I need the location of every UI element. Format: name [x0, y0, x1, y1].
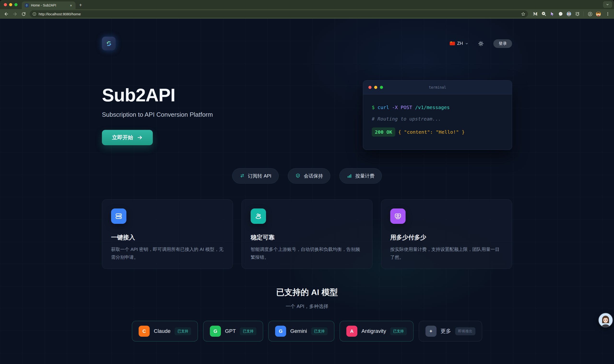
terminal-comment-line: # Routing to upstream...: [372, 116, 503, 122]
model-name: GPT: [225, 328, 236, 334]
card-title: 用多少付多少: [390, 234, 503, 241]
card-description: 智能调度多个上游账号，自动切换和负载均衡，告别频繁报错。: [251, 245, 363, 261]
terminal-command: curl: [375, 104, 389, 110]
feature-card-pay-as-you-go: 用多少付多少 按实际使用量计费，支持设置配额上限，团队用量一目了然。: [381, 199, 512, 269]
claude-letter-icon: C: [139, 326, 150, 337]
get-started-button[interactable]: 立即开始: [102, 130, 153, 145]
pill-subscription-to-api: 订阅转 API: [232, 168, 279, 183]
users-icon: [251, 208, 266, 224]
theme-toggle-button[interactable]: [477, 39, 485, 48]
arrow-right-icon: [137, 135, 143, 140]
url-text[interactable]: http://localhost:8080/home: [39, 12, 519, 16]
close-tab-icon[interactable]: ×: [69, 3, 73, 7]
model-chip-gemini: G Gemini 已支持: [268, 321, 334, 341]
site-header: ZH 登录: [102, 37, 512, 50]
terminal-prompt: $: [372, 104, 375, 110]
bookmark-star-icon[interactable]: [521, 12, 526, 16]
model-chip-antigravity: A Antigravity 已支持: [340, 321, 413, 341]
profile-avatar[interactable]: [596, 11, 601, 16]
svg-text:IP: IP: [543, 13, 545, 14]
pill-usage-billing: 按量计费: [339, 168, 382, 183]
card-description: 按实际使用量计费，支持设置配额上限，团队用量一目了然。: [390, 245, 503, 261]
gemini-letter-icon: G: [275, 326, 286, 337]
models-section-title: 已支持的 AI 模型: [102, 287, 512, 298]
reload-icon: [21, 12, 26, 16]
extension-avatar-icon[interactable]: [566, 11, 572, 16]
toolbar-divider: [584, 12, 584, 16]
extension-m-icon[interactable]: M: [533, 11, 538, 16]
minimize-window-button[interactable]: [9, 3, 12, 6]
forward-arrow-icon: [13, 12, 17, 16]
page-title: Sub2API: [102, 86, 213, 105]
pill-label: 按量计费: [355, 173, 374, 179]
back-arrow-icon: [4, 12, 9, 16]
pill-label: 订阅转 API: [248, 173, 272, 179]
forward-button[interactable]: [11, 10, 19, 18]
site-info-icon[interactable]: [32, 12, 36, 16]
back-button[interactable]: [2, 10, 10, 18]
pill-label: 会话保持: [304, 173, 323, 179]
browser-toolbar: http://localhost:8080/home M IP: [0, 9, 614, 19]
model-chip-claude: C Claude 已支持: [132, 321, 198, 341]
terminal-path: /v1/messages: [412, 104, 450, 110]
terminal-demo-card: terminal $ curl -X POST /v1/messages # R…: [363, 80, 512, 150]
tab-search-button[interactable]: [603, 1, 612, 8]
china-flag-icon: [450, 42, 455, 45]
assistant-avatar-widget[interactable]: [598, 313, 613, 328]
language-selector[interactable]: ZH: [450, 41, 468, 46]
models-section-subtitle: 一个 API，多种选择: [102, 303, 512, 310]
supported-badge: 已支持: [311, 327, 328, 335]
model-name: 更多: [441, 328, 451, 335]
browser-menu-button[interactable]: [604, 10, 612, 18]
get-started-label: 立即开始: [112, 134, 133, 141]
close-window-button[interactable]: [4, 3, 7, 6]
chevron-down-icon: [606, 3, 609, 6]
language-label: ZH: [457, 41, 463, 46]
chevron-down-icon: [465, 42, 468, 45]
model-name: Claude: [154, 328, 171, 334]
pill-session-keepalive: 会话保持: [288, 168, 330, 183]
reload-button[interactable]: [20, 10, 27, 18]
server-icon: [111, 208, 126, 224]
status-badge: 200 OK: [372, 128, 395, 137]
terminal-body: $ curl -X POST /v1/messages # Routing to…: [363, 94, 512, 150]
window-controls: [0, 0, 22, 9]
card-title: 稳定可靠: [251, 234, 363, 241]
extension-icons: M IP: [531, 11, 603, 16]
card-title: 一键接入: [111, 234, 224, 241]
antigravity-letter-icon: A: [346, 326, 357, 337]
extension-ip-lookup-icon[interactable]: IP: [541, 11, 546, 16]
terminal-title: terminal: [363, 85, 512, 90]
page-subtitle: Subscription to API Conversion Platform: [102, 111, 213, 118]
banknote-icon: [390, 208, 406, 224]
feature-card-one-key-access: 一键接入 获取一个 API 密钥，即可调用所有已接入的 AI 模型，无需分别申请…: [102, 199, 233, 269]
tab-title: Home - Sub2API: [31, 3, 67, 7]
new-tab-button[interactable]: +: [77, 1, 84, 9]
s-hexagon-logo-icon: [105, 39, 113, 48]
extension-cursor-icon[interactable]: [549, 11, 555, 16]
address-bar[interactable]: http://localhost:8080/home: [30, 10, 528, 17]
coming-soon-badge: 即将推出: [455, 327, 475, 335]
hero-section: Sub2API Subscription to API Conversion P…: [102, 80, 512, 150]
supported-badge: 已支持: [175, 327, 191, 335]
sub2api-logo[interactable]: [102, 37, 116, 50]
terminal-command-line: $ curl -X POST /v1/messages: [372, 104, 503, 110]
swap-arrows-icon: [240, 173, 245, 179]
shield-check-icon: [295, 173, 300, 179]
feature-pills-row: 订阅转 API 会话保持 按量计费: [102, 168, 512, 183]
browser-tab[interactable]: Home - Sub2API ×: [22, 1, 76, 9]
kebab-menu-icon: [606, 12, 610, 16]
sun-icon: [478, 41, 484, 47]
favicon-sub2api-icon: [25, 3, 29, 7]
model-name: Gemini: [290, 328, 307, 334]
maximize-window-button[interactable]: [14, 3, 17, 6]
login-button[interactable]: 登录: [493, 39, 512, 48]
page-sub2api-home: ZH 登录 Sub2API Subscription to API Conver…: [0, 19, 614, 364]
extensions-puzzle-icon[interactable]: [575, 11, 580, 16]
battery-saver-icon[interactable]: [587, 11, 593, 16]
gpt-letter-icon: G: [210, 326, 221, 337]
extension-chat-bubble-icon[interactable]: [558, 11, 563, 16]
model-chip-gpt: G GPT 已支持: [203, 321, 263, 341]
model-chips-row: C Claude 已支持 G GPT 已支持 G Gemini 已支持 A An…: [102, 321, 512, 341]
terminal-titlebar: terminal: [363, 80, 512, 94]
